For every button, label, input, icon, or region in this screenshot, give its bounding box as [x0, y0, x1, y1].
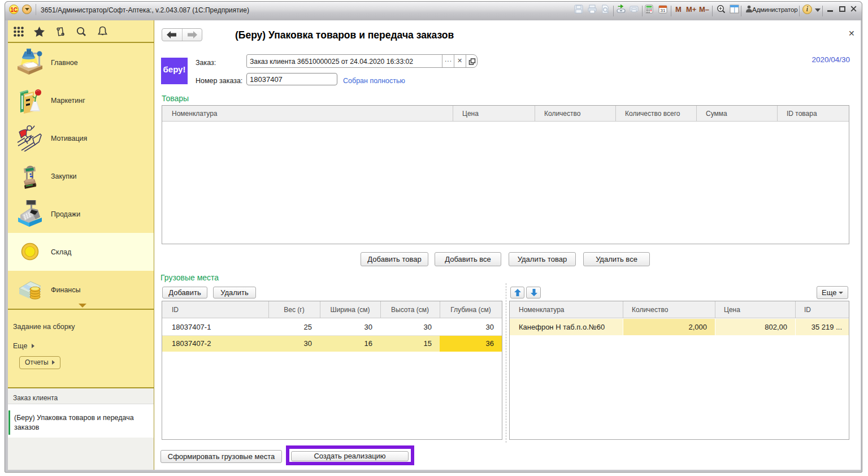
svg-text:31: 31 — [661, 8, 666, 13]
